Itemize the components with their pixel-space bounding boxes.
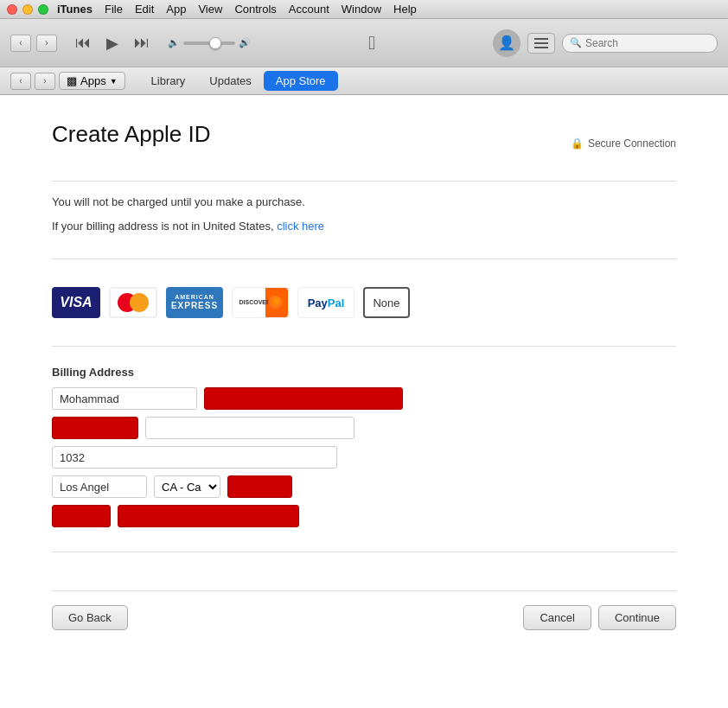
apple-logo: 	[258, 32, 486, 54]
menu-line	[534, 38, 548, 40]
discover-button[interactable]: DISCOVER	[232, 287, 289, 318]
visa-button[interactable]: VISA	[52, 287, 100, 318]
menu-account[interactable]: Account	[289, 3, 329, 16]
mastercard-icon	[118, 293, 149, 312]
paypal-button[interactable]: Pay Pal	[297, 287, 354, 318]
divider-bottom	[52, 552, 676, 552]
secure-label: Secure Connection	[588, 137, 676, 150]
menu-view[interactable]: View	[198, 3, 222, 16]
close-button[interactable]	[7, 4, 17, 15]
playback-controls: ⏮ ▶ ⏭	[71, 31, 154, 55]
page-header: Create Apple ID 🔒 Secure Connection	[52, 121, 676, 165]
menu-line	[534, 42, 548, 44]
street-row	[52, 446, 676, 469]
divider-payment-bottom	[52, 346, 676, 347]
street-input[interactable]	[52, 446, 337, 469]
breadcrumb-back[interactable]: ‹	[10, 73, 31, 90]
amex-label: AMERICAN EXPRESS	[171, 294, 218, 311]
apps-icon: ▩	[67, 74, 77, 87]
tab-library[interactable]: Library	[139, 71, 198, 91]
phone2-input-red[interactable]	[118, 505, 299, 527]
cancel-button[interactable]: Cancel	[523, 605, 591, 630]
visa-label: VISA	[60, 295, 92, 310]
menu-controls[interactable]: Controls	[234, 3, 276, 16]
toolbar: ‹ › ⏮ ▶ ⏭ 🔈 🔊  👤 🔍	[0, 19, 728, 67]
discover-dot	[268, 296, 282, 309]
breadcrumb-nav: ‹ › ▩ Apps ▼	[10, 72, 125, 90]
phone1-input-red[interactable]	[52, 505, 111, 527]
search-icon: 🔍	[570, 37, 582, 48]
first-name-input[interactable]	[52, 387, 197, 410]
discover-icon: DISCOVER	[239, 296, 282, 309]
menu-window[interactable]: Window	[342, 3, 381, 16]
search-box[interactable]: 🔍	[562, 34, 718, 53]
volume-thumb[interactable]	[209, 37, 221, 49]
search-input[interactable]	[585, 37, 710, 49]
address2-input[interactable]	[145, 417, 354, 439]
nav-tabs: ‹ › ▩ Apps ▼ Library Updates App Store	[0, 67, 728, 95]
rewind-button[interactable]: ⏮	[71, 31, 95, 55]
breadcrumb-button[interactable]: ▩ Apps ▼	[59, 72, 125, 90]
menu-itunes[interactable]: iTunes	[57, 3, 93, 16]
city-state-row: CA - Ca	[52, 475, 676, 498]
amex-button[interactable]: AMERICAN EXPRESS	[166, 287, 223, 318]
billing-label: Billing Address	[52, 366, 676, 379]
mc-orange-circle	[130, 293, 149, 312]
user-icon[interactable]: 👤	[493, 29, 520, 57]
payment-methods: VISA AMERICAN EXPRESS DISCOVER Pay	[52, 287, 676, 318]
phone-row	[52, 505, 676, 527]
breadcrumb-forward[interactable]: ›	[35, 73, 55, 90]
volume-control[interactable]: 🔈 🔊	[168, 37, 251, 48]
secure-connection: 🔒 Secure Connection	[571, 137, 676, 150]
title-bar: iTunes File Edit App View Controls Accou…	[0, 0, 728, 19]
mastercard-button[interactable]	[109, 287, 157, 318]
none-label: None	[373, 297, 399, 309]
menu-app[interactable]: App	[166, 3, 186, 16]
menu-help[interactable]: Help	[393, 3, 417, 16]
minimize-button[interactable]	[22, 4, 33, 15]
volume-low-icon: 🔈	[168, 37, 180, 48]
go-back-button[interactable]: Go Back	[52, 605, 128, 630]
divider-payment-top	[52, 258, 676, 259]
address1-input-red[interactable]	[52, 417, 138, 439]
forward-button[interactable]: ›	[36, 35, 57, 52]
tab-updates[interactable]: Updates	[197, 71, 263, 91]
state-select[interactable]: CA - Ca	[154, 475, 220, 498]
info-text-2: If your billing address is not in United…	[52, 218, 676, 235]
fast-forward-button[interactable]: ⏭	[130, 31, 154, 55]
traffic-lights	[7, 4, 48, 15]
paypal-pay-text: Pay	[308, 297, 328, 309]
name-row	[52, 387, 676, 410]
zip-input-red[interactable]	[227, 475, 292, 498]
back-button[interactable]: ‹	[10, 35, 31, 52]
right-buttons: Cancel Continue	[523, 605, 676, 630]
maximize-button[interactable]	[38, 4, 48, 15]
last-name-input-red[interactable]	[204, 387, 403, 410]
address-row-1	[52, 417, 676, 439]
billing-section: Billing Address CA - Ca	[52, 366, 676, 534]
volume-track[interactable]	[183, 41, 235, 45]
lock-icon: 🔒	[571, 137, 584, 150]
bottom-buttons: Go Back Cancel Continue	[52, 590, 676, 630]
click-here-link[interactable]: click here	[277, 220, 324, 233]
menu-line	[534, 47, 548, 48]
page-title: Create Apple ID	[52, 121, 211, 148]
chevron-down-icon: ▼	[110, 77, 118, 86]
continue-button[interactable]: Continue	[598, 605, 676, 630]
menu-file[interactable]: File	[105, 3, 123, 16]
menu-edit[interactable]: Edit	[135, 3, 154, 16]
breadcrumb-label: Apps	[80, 74, 106, 87]
city-input[interactable]	[52, 475, 147, 498]
menu-bar: iTunes File Edit App View Controls Accou…	[57, 3, 417, 16]
tab-appstore[interactable]: App Store	[264, 71, 338, 91]
paypal-pal-text: Pal	[328, 297, 345, 309]
play-button[interactable]: ▶	[100, 31, 125, 55]
menu-button[interactable]	[527, 33, 555, 54]
nav-controls: ‹ ›	[10, 35, 57, 52]
main-content: Create Apple ID 🔒 Secure Connection You …	[0, 95, 728, 708]
info-text-1: You will not be charged until you make a…	[52, 194, 676, 211]
divider-top	[52, 181, 676, 182]
volume-high-icon: 🔊	[239, 37, 251, 48]
none-button[interactable]: None	[363, 287, 410, 318]
